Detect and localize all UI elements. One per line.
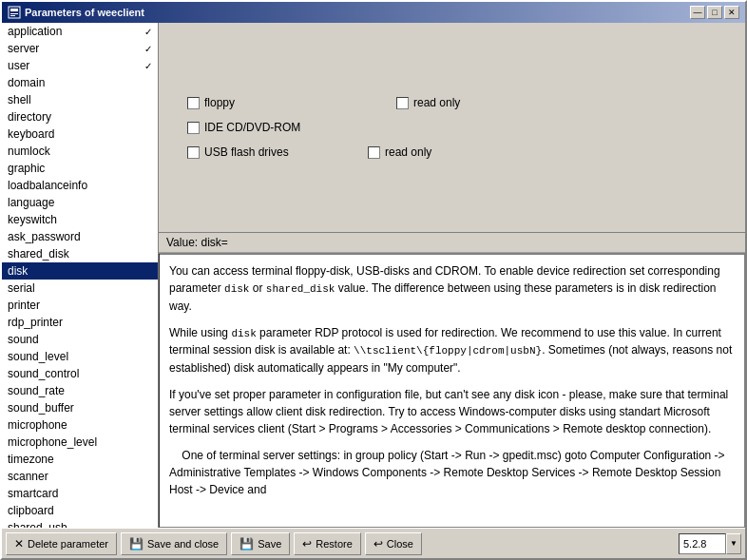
usb-readonly-text: read only (385, 145, 431, 159)
close-button-bottom[interactable]: ↩ Close (365, 532, 422, 555)
sidebar-item-label: clipboard (8, 504, 54, 517)
save-icon: 💾 (239, 537, 254, 550)
sidebar-item-ask_password[interactable]: ask_password (2, 228, 158, 245)
sidebar-item-label: domain (8, 76, 45, 89)
sidebar-item-label: printer (8, 299, 40, 312)
sidebar-item-microphone[interactable]: microphone (2, 416, 158, 434)
close-button[interactable]: ✕ (724, 6, 739, 19)
minimize-button[interactable]: — (690, 6, 705, 19)
desc-para-2: While using disk parameter RDP protocol … (169, 324, 735, 377)
sidebar-item-label: serial (8, 281, 35, 295)
floppy-checkbox[interactable] (187, 97, 200, 109)
sidebar-item-directory[interactable]: directory (2, 108, 158, 126)
sidebar-item-check: ✓ (144, 61, 152, 71)
sidebar-item-serial[interactable]: serial (2, 280, 158, 297)
sidebar-item-user[interactable]: user✓ (2, 57, 158, 74)
save-button[interactable]: 💾 Save (231, 532, 290, 555)
sidebar-item-printer[interactable]: printer (2, 297, 158, 314)
floppy-label[interactable]: floppy (187, 96, 330, 109)
sidebar-item-timezone[interactable]: timezone (2, 451, 158, 468)
sidebar-item-application[interactable]: application✓ (2, 23, 158, 40)
sidebar-item-language[interactable]: language (2, 194, 158, 211)
save-close-button[interactable]: 💾 Save and close (121, 532, 227, 555)
title-bar-controls: — □ ✕ (690, 6, 739, 19)
sidebar-item-label: user (8, 59, 29, 72)
sidebar-item-keyswitch[interactable]: keyswitch (2, 211, 158, 228)
svg-rect-3 (10, 15, 15, 16)
sidebar-item-label: directory (8, 110, 51, 124)
sidebar-item-label: shell (8, 93, 31, 106)
sidebar-item-clipboard[interactable]: clipboard (2, 502, 158, 519)
sidebar-item-label: sound_level (8, 350, 68, 363)
sidebar-item-sound_control[interactable]: sound_control (2, 365, 158, 382)
sidebar-item-scanner[interactable]: scanner (2, 468, 158, 485)
window-icon (8, 6, 21, 19)
version-dropdown[interactable]: ▼ (726, 533, 741, 554)
svg-rect-1 (10, 9, 18, 11)
sidebar-item-label: keyswitch (8, 213, 57, 226)
window-title: Parameters of weeclient (25, 7, 144, 18)
sidebar-item-numlock[interactable]: numlock (2, 143, 158, 160)
floppy-text: floppy (204, 96, 235, 109)
sidebar-item-shell[interactable]: shell (2, 91, 158, 108)
sidebar-item-label: rdp_printer (8, 316, 63, 329)
sidebar-item-label: microphone_level (8, 435, 97, 449)
sidebar-item-label: server (8, 42, 39, 55)
sidebar-item-label: sound_rate (8, 384, 65, 397)
sidebar-item-graphic[interactable]: graphic (2, 160, 158, 177)
sidebar-item-rdp_printer[interactable]: rdp_printer (2, 314, 158, 331)
sidebar-item-label: smartcard (8, 487, 58, 500)
cdrom-checkbox[interactable] (187, 122, 200, 134)
sidebar: application✓server✓user✓domainshelldirec… (2, 23, 159, 528)
sidebar-item-microphone_level[interactable]: microphone_level (2, 434, 158, 451)
sidebar-item-label: disk (8, 264, 28, 278)
sidebar-item-shared_disk[interactable]: shared_disk (2, 245, 158, 262)
restore-label: Restore (316, 538, 353, 550)
maximize-button[interactable]: □ (707, 6, 722, 19)
floppy-readonly[interactable]: read only (396, 96, 460, 109)
sidebar-item-shared_usb[interactable]: shared_usb (2, 519, 158, 528)
restore-button[interactable]: ↩ Restore (294, 532, 361, 555)
usb-readonly[interactable]: read only (368, 145, 431, 159)
close-label: Close (387, 538, 413, 550)
usb-checkbox[interactable] (187, 146, 200, 159)
sidebar-item-loadbalanceinfo[interactable]: loadbalanceinfo (2, 177, 158, 194)
desc-para-4: One of terminal server settings: in grou… (169, 447, 735, 498)
delete-parameter-button[interactable]: ✕ Delete parameter (6, 532, 117, 555)
delete-label: Delete parameter (28, 538, 108, 550)
sidebar-item-server[interactable]: server✓ (2, 40, 158, 57)
sidebar-item-smartcard[interactable]: smartcard (2, 485, 158, 502)
usb-readonly-checkbox[interactable] (368, 146, 380, 159)
sidebar-item-label: language (8, 196, 54, 209)
version-input[interactable] (679, 533, 726, 554)
sidebar-item-label: shared_usb (8, 521, 67, 528)
usb-label[interactable]: USB flash drives (187, 145, 330, 159)
svg-rect-2 (10, 13, 18, 14)
sidebar-item-sound_level[interactable]: sound_level (2, 348, 158, 365)
desc-para-1: You can access terminal floppy-disk, USB… (169, 262, 735, 315)
sidebar-item-sound_rate[interactable]: sound_rate (2, 382, 158, 399)
sidebar-item-sound_buffer[interactable]: sound_buffer (2, 399, 158, 416)
description-area[interactable]: You can access terminal floppy-disk, USB… (159, 253, 745, 528)
sidebar-item-label: microphone (8, 418, 67, 432)
sidebar-item-check: ✓ (144, 44, 152, 54)
main-window: Parameters of weeclient — □ ✕ applicatio… (0, 0, 747, 560)
content-area: floppy read only IDE CD/DVD-ROM (159, 23, 745, 528)
cdrom-label[interactable]: IDE CD/DVD-ROM (187, 121, 330, 134)
sidebar-item-sound[interactable]: sound (2, 331, 158, 348)
svg-rect-0 (9, 7, 20, 18)
desc-para-3: If you've set proper parameter in config… (169, 386, 735, 437)
main-area: application✓server✓user✓domainshelldirec… (2, 23, 745, 528)
sidebar-item-label: application (8, 25, 62, 38)
value-bar: Value: disk= (159, 232, 745, 253)
sidebar-item-check: ✓ (144, 27, 152, 37)
usb-text: USB flash drives (204, 145, 289, 159)
sidebar-item-keyboard[interactable]: keyboard (2, 126, 158, 143)
save-close-icon: 💾 (129, 537, 144, 550)
sidebar-item-label: ask_password (8, 230, 81, 243)
sidebar-item-label: shared_disk (8, 247, 69, 261)
sidebar-item-disk[interactable]: disk (2, 262, 158, 280)
floppy-readonly-checkbox[interactable] (396, 97, 409, 109)
bottom-bar: ✕ Delete parameter 💾 Save and close 💾 Sa… (2, 528, 745, 558)
sidebar-item-domain[interactable]: domain (2, 74, 158, 91)
